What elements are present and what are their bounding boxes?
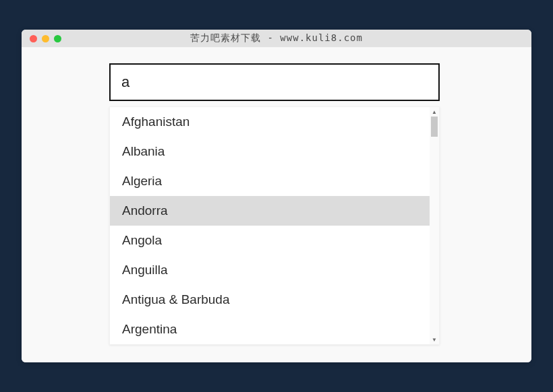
scrollbar[interactable]: ▲ ▼ — [430, 107, 439, 344]
option-label: Antigua & Barbuda — [122, 292, 230, 307]
option-list: Afghanistan Albania Algeria Andorra Ango… — [110, 107, 439, 344]
option-label: Albania — [122, 144, 165, 159]
autocomplete: Afghanistan Albania Algeria Andorra Ango… — [109, 63, 440, 345]
scroll-down-arrow-icon[interactable]: ▼ — [430, 335, 439, 344]
traffic-lights — [22, 35, 61, 42]
option-item[interactable]: Afghanistan — [110, 107, 439, 137]
option-label: Angola — [122, 233, 162, 248]
scroll-up-arrow-icon[interactable]: ▲ — [430, 107, 439, 117]
scroll-thumb[interactable] — [431, 117, 438, 137]
option-label: Afghanistan — [122, 115, 190, 129]
option-item[interactable]: Algeria — [110, 166, 439, 196]
option-item[interactable]: Anguilla — [110, 255, 439, 285]
option-label: Andorra — [122, 203, 168, 218]
app-window: 苦力吧素材下载 - www.kuli8.com Afghanistan Alba… — [22, 30, 531, 362]
window-close-button[interactable] — [30, 35, 37, 42]
search-input[interactable] — [109, 63, 440, 101]
window-maximize-button[interactable] — [54, 35, 61, 42]
option-item[interactable]: Argentina — [110, 315, 439, 344]
option-item[interactable]: Antigua & Barbuda — [110, 285, 439, 315]
option-label: Anguilla — [122, 263, 168, 277]
window-content: Afghanistan Albania Algeria Andorra Ango… — [22, 47, 531, 362]
dropdown-panel: Afghanistan Albania Algeria Andorra Ango… — [109, 106, 440, 345]
option-item[interactable]: Andorra — [110, 196, 439, 226]
option-item[interactable]: Albania — [110, 137, 439, 166]
window-title: 苦力吧素材下载 - www.kuli8.com — [22, 32, 531, 44]
titlebar: 苦力吧素材下载 - www.kuli8.com — [22, 30, 531, 47]
option-label: Algeria — [122, 174, 162, 189]
window-minimize-button[interactable] — [42, 35, 49, 42]
option-item[interactable]: Angola — [110, 226, 439, 255]
option-label: Argentina — [122, 322, 177, 337]
